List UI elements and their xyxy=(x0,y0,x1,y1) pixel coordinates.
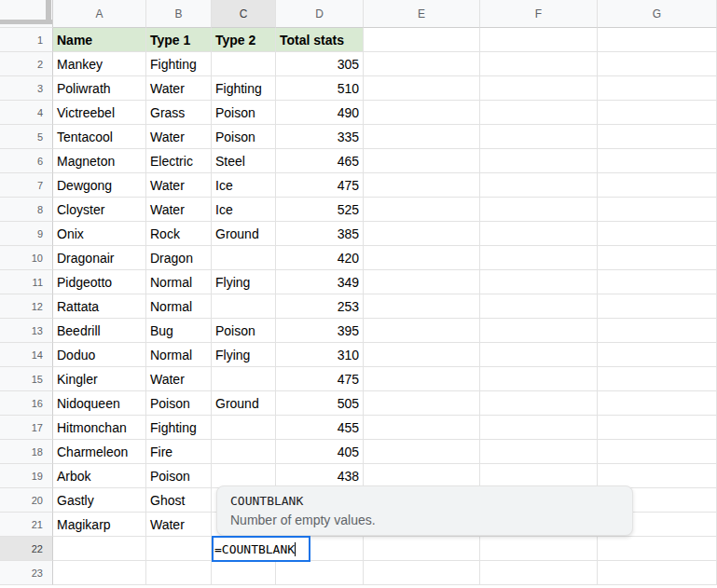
cell-G6[interactable] xyxy=(598,149,717,173)
cell-G13[interactable] xyxy=(598,319,717,343)
formula-cell-editor[interactable]: =COUNTBLANK xyxy=(212,536,310,562)
cell-C3[interactable]: Fighting xyxy=(212,76,276,101)
cell-B6[interactable]: Electric xyxy=(146,149,212,173)
cell-F10[interactable] xyxy=(480,246,598,270)
cell-F7[interactable] xyxy=(480,173,598,198)
cell-E4[interactable] xyxy=(364,101,480,125)
cell-C4[interactable]: Poison xyxy=(212,101,276,125)
cell-E22[interactable] xyxy=(364,537,480,561)
row-header-5[interactable]: 5 xyxy=(0,125,53,149)
cell-A6[interactable]: Magneton xyxy=(53,149,146,173)
cell-B22[interactable] xyxy=(146,537,212,561)
cell-F14[interactable] xyxy=(480,343,598,367)
cell-A16[interactable]: Nidoqueen xyxy=(53,391,146,416)
column-header-e[interactable]: E xyxy=(364,0,480,28)
cell-A17[interactable]: Hitmonchan xyxy=(53,416,146,440)
row-header-1[interactable]: 1 xyxy=(0,28,53,52)
cell-B3[interactable]: Water xyxy=(146,76,212,101)
cell-B17[interactable]: Fighting xyxy=(146,416,212,440)
cell-F22[interactable] xyxy=(480,537,598,561)
cell-B21[interactable]: Water xyxy=(146,513,212,537)
cell-B5[interactable]: Water xyxy=(146,125,212,149)
cell-C10[interactable] xyxy=(212,246,276,270)
cell-A18[interactable]: Charmeleon xyxy=(53,440,146,464)
cell-B9[interactable]: Rock xyxy=(146,222,212,246)
cell-C13[interactable]: Poison xyxy=(212,319,276,343)
cell-F13[interactable] xyxy=(480,319,598,343)
row-header-21[interactable]: 21 xyxy=(0,513,53,537)
column-header-g[interactable]: G xyxy=(598,0,717,28)
cell-A19[interactable]: Arbok xyxy=(53,464,146,488)
column-header-d[interactable]: D xyxy=(276,0,364,28)
row-header-14[interactable]: 14 xyxy=(0,343,53,367)
cell-G5[interactable] xyxy=(598,125,717,149)
cell-G17[interactable] xyxy=(598,416,717,440)
cell-D1[interactable]: Total stats xyxy=(276,28,364,52)
column-header-c[interactable]: C xyxy=(212,0,276,28)
cell-C7[interactable]: Ice xyxy=(212,173,276,198)
cell-E3[interactable] xyxy=(364,76,480,101)
cell-A14[interactable]: Doduo xyxy=(53,343,146,367)
cell-E23[interactable] xyxy=(364,561,480,585)
cell-B7[interactable]: Water xyxy=(146,173,212,198)
cell-C12[interactable] xyxy=(212,294,276,319)
cell-A8[interactable]: Cloyster xyxy=(53,198,146,222)
cell-E7[interactable] xyxy=(364,173,480,198)
cell-A22[interactable] xyxy=(53,537,146,561)
cell-F17[interactable] xyxy=(480,416,598,440)
cell-B14[interactable]: Normal xyxy=(146,343,212,367)
column-header-a[interactable]: A xyxy=(53,0,146,28)
cell-C5[interactable]: Poison xyxy=(212,125,276,149)
cell-A21[interactable]: Magikarp xyxy=(53,513,146,537)
cell-D7[interactable]: 475 xyxy=(276,173,364,198)
row-header-12[interactable]: 12 xyxy=(0,294,53,319)
cell-G9[interactable] xyxy=(598,222,717,246)
cell-E10[interactable] xyxy=(364,246,480,270)
cell-D23[interactable] xyxy=(276,561,364,585)
cell-G2[interactable] xyxy=(598,52,717,76)
cell-A10[interactable]: Dragonair xyxy=(53,246,146,270)
cell-D15[interactable]: 475 xyxy=(276,367,364,391)
row-header-11[interactable]: 11 xyxy=(0,270,53,294)
cell-D12[interactable]: 253 xyxy=(276,294,364,319)
cell-B23[interactable] xyxy=(146,561,212,585)
cell-E13[interactable] xyxy=(364,319,480,343)
row-header-20[interactable]: 20 xyxy=(0,488,53,513)
cell-B2[interactable]: Fighting xyxy=(146,52,212,76)
cell-B16[interactable]: Poison xyxy=(146,391,212,416)
cell-B10[interactable]: Dragon xyxy=(146,246,212,270)
cell-F11[interactable] xyxy=(480,270,598,294)
row-header-23[interactable]: 23 xyxy=(0,561,53,585)
cell-A2[interactable]: Mankey xyxy=(53,52,146,76)
row-header-4[interactable]: 4 xyxy=(0,101,53,125)
row-header-15[interactable]: 15 xyxy=(0,367,53,391)
cell-A13[interactable]: Beedrill xyxy=(53,319,146,343)
cell-B11[interactable]: Normal xyxy=(146,270,212,294)
cell-A3[interactable]: Poliwrath xyxy=(53,76,146,101)
cell-F9[interactable] xyxy=(480,222,598,246)
cell-D3[interactable]: 510 xyxy=(276,76,364,101)
row-header-7[interactable]: 7 xyxy=(0,173,53,198)
cell-E6[interactable] xyxy=(364,149,480,173)
cell-G12[interactable] xyxy=(598,294,717,319)
cell-B20[interactable]: Ghost xyxy=(146,488,212,513)
row-header-9[interactable]: 9 xyxy=(0,222,53,246)
cell-G22[interactable] xyxy=(598,537,717,561)
cell-B18[interactable]: Fire xyxy=(146,440,212,464)
cell-F5[interactable] xyxy=(480,125,598,149)
cell-C11[interactable]: Flying xyxy=(212,270,276,294)
cell-G7[interactable] xyxy=(598,173,717,198)
cell-G18[interactable] xyxy=(598,440,717,464)
cell-F23[interactable] xyxy=(480,561,598,585)
cell-A7[interactable]: Dewgong xyxy=(53,173,146,198)
cell-G1[interactable] xyxy=(598,28,717,52)
cell-E18[interactable] xyxy=(364,440,480,464)
cell-B1[interactable]: Type 1 xyxy=(146,28,212,52)
cell-D17[interactable]: 455 xyxy=(276,416,364,440)
column-header-f[interactable]: F xyxy=(480,0,598,28)
cell-G4[interactable] xyxy=(598,101,717,125)
row-header-18[interactable]: 18 xyxy=(0,440,53,464)
row-header-2[interactable]: 2 xyxy=(0,52,53,76)
row-header-3[interactable]: 3 xyxy=(0,76,53,101)
cell-E9[interactable] xyxy=(364,222,480,246)
